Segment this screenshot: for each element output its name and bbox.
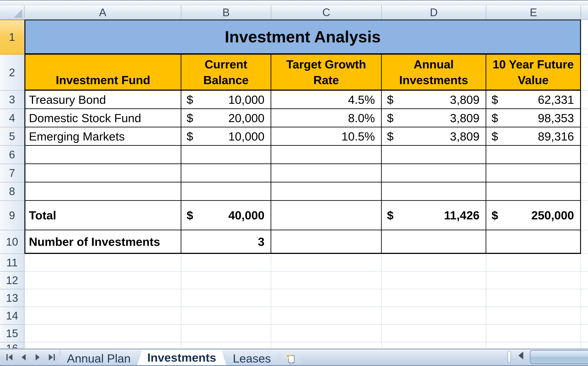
cell-b12[interactable] bbox=[181, 272, 271, 289]
cell-e7[interactable] bbox=[486, 164, 581, 183]
cell-f5[interactable] bbox=[581, 127, 588, 146]
cell-c2-header[interactable]: Target Growth Rate bbox=[271, 55, 382, 91]
select-all-corner[interactable] bbox=[0, 6, 24, 20]
cell-d7[interactable] bbox=[382, 164, 486, 183]
cell-d8[interactable] bbox=[382, 183, 486, 201]
cell-title-merged[interactable]: Investment Analysis bbox=[24, 20, 581, 55]
column-header-a[interactable]: A bbox=[24, 6, 181, 20]
cell-a10-count-label[interactable]: Number of Investments bbox=[24, 230, 181, 254]
row-header-15[interactable]: 15 bbox=[0, 325, 24, 343]
cell-e15[interactable] bbox=[486, 325, 581, 343]
cell-b14[interactable] bbox=[181, 307, 271, 325]
cell-b3[interactable]: $10,000 bbox=[181, 91, 271, 109]
row-header-3[interactable]: 3 bbox=[0, 91, 24, 109]
cell-a11[interactable] bbox=[24, 254, 181, 272]
cell-c11[interactable] bbox=[271, 254, 382, 272]
cell-a12[interactable] bbox=[24, 272, 181, 289]
cell-f14[interactable] bbox=[581, 307, 588, 325]
cell-b7[interactable] bbox=[181, 164, 271, 183]
row-header-1[interactable]: 1 bbox=[0, 20, 24, 55]
insert-worksheet-button[interactable] bbox=[278, 352, 303, 365]
cell-f9[interactable] bbox=[581, 201, 588, 230]
tab-annual-plan[interactable]: Annual Plan bbox=[57, 351, 141, 365]
cell-a2-header[interactable]: Investment Fund bbox=[24, 55, 181, 91]
cell-b2-header[interactable]: Current Balance bbox=[181, 55, 271, 91]
cell-d16[interactable] bbox=[382, 343, 486, 349]
cell-d12[interactable] bbox=[382, 272, 486, 289]
cell-e14[interactable] bbox=[486, 307, 581, 325]
cell-f10[interactable] bbox=[581, 230, 588, 254]
cell-c16[interactable] bbox=[271, 343, 382, 349]
cell-a9-total-label[interactable]: Total bbox=[24, 201, 181, 230]
row-header-13[interactable]: 13 bbox=[0, 289, 24, 307]
previous-sheet-button[interactable] bbox=[19, 352, 28, 362]
cell-e3[interactable]: $62,331 bbox=[486, 91, 581, 109]
cell-d10[interactable] bbox=[382, 230, 486, 254]
cell-e9-total-future[interactable]: $250,000 bbox=[486, 201, 581, 230]
cell-b13[interactable] bbox=[181, 289, 271, 307]
cell-d3[interactable]: $3,809 bbox=[382, 91, 486, 109]
cell-c9[interactable] bbox=[271, 201, 382, 230]
cell-e4[interactable]: $98,353 bbox=[486, 109, 581, 127]
cell-b9-total-balance[interactable]: $40,000 bbox=[181, 201, 271, 230]
cell-a14[interactable] bbox=[24, 307, 181, 325]
cell-b4[interactable]: $20,000 bbox=[181, 109, 271, 127]
cell-f6[interactable] bbox=[581, 146, 588, 164]
cell-f15[interactable] bbox=[581, 325, 588, 343]
row-header-4[interactable]: 4 bbox=[0, 109, 24, 127]
cell-f3[interactable] bbox=[581, 91, 588, 109]
row-header-12[interactable]: 12 bbox=[0, 272, 24, 289]
cell-f12[interactable] bbox=[581, 272, 588, 289]
cell-e10[interactable] bbox=[486, 230, 581, 254]
cell-a4[interactable]: Domestic Stock Fund bbox=[24, 109, 181, 127]
cell-c10[interactable] bbox=[271, 230, 382, 254]
row-header-7[interactable]: 7 bbox=[0, 164, 24, 183]
cell-c8[interactable] bbox=[271, 183, 382, 201]
cell-f7[interactable] bbox=[581, 164, 588, 183]
horizontal-scrollbar-thumb[interactable] bbox=[530, 350, 588, 364]
cell-b11[interactable] bbox=[181, 254, 271, 272]
row-header-16[interactable]: 16 bbox=[0, 343, 24, 349]
cell-d11[interactable] bbox=[382, 254, 486, 272]
cell-c3[interactable]: 4.5% bbox=[271, 91, 382, 109]
cell-d15[interactable] bbox=[382, 325, 486, 343]
cell-e12[interactable] bbox=[486, 272, 581, 289]
row-header-11[interactable]: 11 bbox=[0, 254, 24, 272]
cell-f1[interactable] bbox=[581, 20, 588, 55]
cell-d14[interactable] bbox=[382, 307, 486, 325]
last-sheet-button[interactable] bbox=[47, 352, 56, 362]
row-header-5[interactable]: 5 bbox=[0, 127, 24, 146]
cell-a6[interactable] bbox=[24, 146, 181, 164]
cell-a3[interactable]: Treasury Bond bbox=[24, 91, 181, 109]
cell-d13[interactable] bbox=[382, 289, 486, 307]
cell-a7[interactable] bbox=[24, 164, 181, 183]
cell-a13[interactable] bbox=[24, 289, 181, 307]
tab-split-handle[interactable] bbox=[508, 351, 511, 363]
cell-f4[interactable] bbox=[581, 109, 588, 127]
cell-c6[interactable] bbox=[271, 146, 382, 164]
cell-a16[interactable] bbox=[24, 343, 181, 349]
cell-f2[interactable] bbox=[581, 55, 588, 91]
column-header-b[interactable]: B bbox=[181, 6, 271, 20]
cell-b8[interactable] bbox=[181, 183, 271, 201]
cell-d6[interactable] bbox=[382, 146, 486, 164]
cell-d9-total-annual[interactable]: $11,426 bbox=[382, 201, 486, 230]
cell-e5[interactable]: $89,316 bbox=[486, 127, 581, 146]
cell-e2-header[interactable]: 10 Year Future Value bbox=[486, 55, 581, 91]
row-header-6[interactable]: 6 bbox=[0, 146, 24, 164]
tab-leases[interactable]: Leases bbox=[223, 351, 281, 365]
cell-c5[interactable]: 10.5% bbox=[271, 127, 382, 146]
cell-b15[interactable] bbox=[181, 325, 271, 343]
cell-f8[interactable] bbox=[581, 183, 588, 201]
cell-b10-count-value[interactable]: 3 bbox=[181, 230, 271, 254]
row-header-9[interactable]: 9 bbox=[0, 201, 24, 230]
cell-e8[interactable] bbox=[486, 183, 581, 201]
cell-e16[interactable] bbox=[486, 343, 581, 349]
next-sheet-button[interactable] bbox=[33, 352, 42, 362]
column-header-d[interactable]: D bbox=[382, 6, 486, 20]
cell-c15[interactable] bbox=[271, 325, 382, 343]
cell-b6[interactable] bbox=[181, 146, 271, 164]
column-header-c[interactable]: C bbox=[271, 6, 382, 20]
first-sheet-button[interactable] bbox=[5, 352, 15, 362]
cell-b5[interactable]: $10,000 bbox=[181, 127, 271, 146]
